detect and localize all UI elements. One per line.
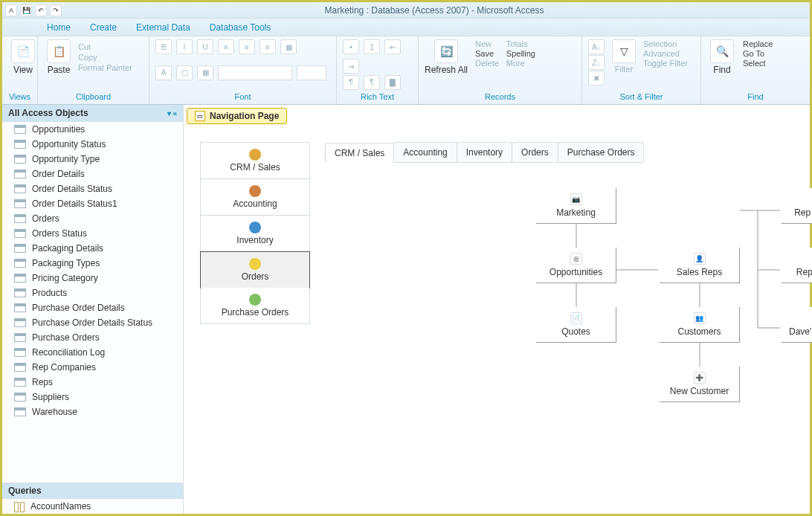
tab-external-data[interactable]: External Data bbox=[132, 19, 195, 36]
box-marketing[interactable]: 📷Marketing bbox=[536, 188, 616, 224]
box-quotes[interactable]: 📄Quotes bbox=[536, 307, 616, 343]
copy-button[interactable]: Copy bbox=[78, 53, 132, 62]
find-button[interactable]: 🔍 Find bbox=[707, 39, 737, 75]
delete-button[interactable]: Delete bbox=[475, 59, 499, 68]
query-icon bbox=[14, 502, 25, 511]
nav-item[interactable]: Suppliers bbox=[2, 390, 183, 404]
clear-sort-button[interactable]: ✖ bbox=[588, 71, 605, 86]
format-painter-button[interactable]: Format Painter bbox=[78, 63, 132, 72]
vtab-purchase-orders[interactable]: Purchase Orders bbox=[201, 288, 309, 323]
save-button[interactable]: Save bbox=[475, 49, 499, 58]
fill-color-button[interactable]: ▢ bbox=[176, 65, 193, 80]
nav-item[interactable]: Purchase Order Details Status bbox=[2, 315, 183, 330]
box-new-customer[interactable]: ➕New Customer bbox=[660, 367, 740, 402]
bullets-button[interactable]: • bbox=[343, 39, 359, 54]
sort-desc-button[interactable]: Z↓ bbox=[588, 55, 605, 70]
spelling-button[interactable]: Spelling bbox=[506, 49, 535, 58]
htab-crm-sales[interactable]: CRM / Sales bbox=[325, 143, 394, 163]
toggle-filter-button[interactable]: Toggle Filter bbox=[643, 59, 688, 68]
redo-icon[interactable]: ↷ bbox=[50, 4, 62, 16]
underline-button[interactable]: U bbox=[197, 39, 213, 54]
replace-button[interactable]: Replace bbox=[743, 39, 773, 48]
nav-item[interactable]: Warehouse bbox=[2, 404, 183, 419]
nav-item[interactable]: Rep Companies bbox=[2, 360, 183, 375]
goto-button[interactable]: Go To bbox=[743, 49, 773, 58]
new-button[interactable]: New bbox=[475, 39, 499, 48]
nav-item[interactable]: Purchase Orders bbox=[2, 330, 183, 345]
align-right-button[interactable]: ≡ bbox=[260, 39, 276, 54]
tab-database-tools[interactable]: Database Tools bbox=[205, 19, 276, 36]
vtab-label: CRM / Sales bbox=[230, 162, 280, 172]
nav-item[interactable]: Order Details Status1 bbox=[2, 196, 183, 211]
htab-purchase-orders[interactable]: Purchase Orders bbox=[558, 142, 645, 162]
filter-button[interactable]: ▽ Filter bbox=[609, 39, 639, 86]
nav-item[interactable]: Products bbox=[2, 286, 183, 300]
box-customers[interactable]: 👥Customers bbox=[660, 307, 740, 343]
numbering-button[interactable]: 1 bbox=[364, 39, 380, 54]
nav-item[interactable]: Reps bbox=[2, 375, 183, 390]
font-selector[interactable] bbox=[218, 65, 292, 80]
box-daves-earnings[interactable]: 💰Dave's Earnings bbox=[782, 307, 812, 343]
nav-item[interactable]: Order Details Status bbox=[2, 181, 183, 196]
nav-query-item[interactable]: AccountNames bbox=[2, 499, 183, 514]
tab-home[interactable]: Home bbox=[42, 19, 75, 36]
vtab-crm-sales[interactable]: CRM / Sales bbox=[201, 143, 309, 179]
table-icon bbox=[14, 333, 26, 342]
nav-item-label: Reconciliation Log bbox=[32, 347, 105, 358]
vtab-accounting[interactable]: Accounting bbox=[201, 179, 309, 216]
paste-button[interactable]: 📋 Paste bbox=[44, 39, 74, 75]
nav-item[interactable]: Order Details bbox=[2, 167, 183, 181]
border-button[interactable]: ▦ bbox=[197, 65, 213, 80]
nav-item[interactable]: Opportunities bbox=[2, 122, 183, 137]
totals-button[interactable]: Totals bbox=[506, 39, 535, 48]
bold-button[interactable]: B bbox=[155, 39, 172, 54]
app-icon[interactable]: A bbox=[5, 4, 17, 16]
tab-create[interactable]: Create bbox=[86, 19, 121, 36]
font-size-selector[interactable] bbox=[297, 65, 326, 80]
nav-item[interactable]: Purchase Order Details bbox=[2, 300, 183, 315]
cut-button[interactable]: Cut bbox=[78, 42, 132, 51]
nav-item-label: Purchase Orders bbox=[32, 332, 100, 343]
nav-item[interactable]: Reconciliation Log bbox=[2, 345, 183, 360]
sort-asc-button[interactable]: A↓ bbox=[588, 39, 605, 54]
nav-item[interactable]: Pricing Category bbox=[2, 271, 183, 286]
more-button[interactable]: More bbox=[506, 59, 535, 68]
box-rep-earnings[interactable]: 💰Rep Earnings bbox=[782, 188, 812, 224]
select-button[interactable]: Select bbox=[743, 59, 773, 68]
nav-item[interactable]: Opportunity Type bbox=[2, 152, 183, 167]
refresh-all-button[interactable]: 🔄 Refresh All bbox=[425, 39, 468, 75]
collapse-icon[interactable]: ▾ « bbox=[167, 109, 177, 117]
indent-inc-button[interactable]: ⇥ bbox=[343, 59, 359, 74]
italic-button[interactable]: I bbox=[176, 39, 193, 54]
nav-item[interactable]: Orders bbox=[2, 211, 183, 226]
align-center-button[interactable]: ≡ bbox=[239, 39, 255, 54]
nav-item[interactable]: Packaging Details bbox=[2, 241, 183, 256]
htab-accounting[interactable]: Accounting bbox=[393, 142, 457, 162]
nav-item[interactable]: Opportunity Status bbox=[2, 137, 183, 152]
undo-icon[interactable]: ↶ bbox=[35, 4, 47, 16]
selection-button[interactable]: Selection bbox=[643, 39, 688, 48]
align-left-button[interactable]: ≡ bbox=[218, 39, 234, 54]
ltr-button[interactable]: ¶ bbox=[343, 75, 359, 90]
box-rep-reports[interactable]: 📊Rep Reports bbox=[782, 248, 812, 283]
grid-button[interactable]: ▦ bbox=[280, 39, 297, 54]
vtab-orders[interactable]: Orders bbox=[200, 251, 310, 288]
nav-item[interactable]: Packaging Types bbox=[2, 256, 183, 271]
indent-dec-button[interactable]: ⇤ bbox=[384, 39, 401, 54]
nav-header[interactable]: All Access Objects ▾ « bbox=[2, 105, 183, 122]
save-icon[interactable]: 💾 bbox=[20, 4, 32, 16]
rtl-button[interactable]: ¶ bbox=[364, 75, 380, 90]
advanced-button[interactable]: Advanced bbox=[643, 49, 688, 58]
box-opportunities[interactable]: ◎Opportunities bbox=[536, 248, 616, 283]
diagram: 📷Marketing ◎Opportunities 📄Quotes 👤Sales… bbox=[325, 166, 802, 506]
htab-inventory[interactable]: Inventory bbox=[457, 142, 512, 162]
box-sales-reps[interactable]: 👤Sales Reps bbox=[660, 248, 740, 283]
nav-queries-header[interactable]: Queries bbox=[2, 483, 183, 499]
font-color-button[interactable]: A bbox=[155, 65, 172, 80]
htab-orders[interactable]: Orders bbox=[512, 142, 558, 162]
highlight-button[interactable]: ▇ bbox=[384, 75, 401, 90]
document-tab[interactable]: ▭ Navigation Page bbox=[187, 108, 287, 124]
view-button[interactable]: 📄 View bbox=[8, 39, 38, 75]
vtab-inventory[interactable]: Inventory bbox=[201, 216, 309, 252]
nav-item[interactable]: Orders Status bbox=[2, 226, 183, 241]
